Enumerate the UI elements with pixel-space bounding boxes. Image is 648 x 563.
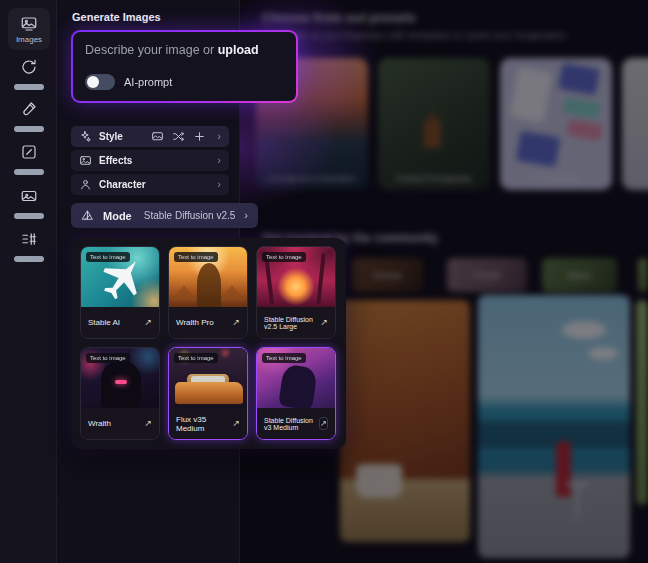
option-label: Character (99, 179, 146, 190)
chip-label: Animals (352, 258, 423, 292)
arrow-up-right-button[interactable]: ↗ (319, 417, 328, 430)
option-row-character[interactable]: Character › (71, 174, 229, 195)
model-card-stable-ai[interactable]: Text to image Stable AI ↗ (80, 246, 160, 339)
chip-label: Portrait (447, 258, 527, 292)
chevron-right-icon: › (217, 155, 221, 166)
arrow-up-right-icon[interactable]: ↗ (144, 419, 152, 428)
community-image-cropped[interactable] (636, 300, 648, 505)
pyramid-shape (219, 285, 245, 301)
sparkle-icon (79, 130, 92, 143)
chevron-right-icon: › (217, 131, 221, 142)
model-card-wralth-pro[interactable]: Text to image Wralth Pro ↗ (168, 246, 248, 339)
sidebar-label-skeleton (14, 213, 44, 219)
model-card-sd3-medium[interactable]: Text to image Stable Diffusion v3 Medium… (256, 347, 336, 440)
model-badge: Text to image (174, 252, 218, 262)
sidebar-item-photo-edit[interactable] (0, 187, 57, 219)
category-chip-nature[interactable]: Nature (542, 258, 617, 292)
category-chip-portrait[interactable]: Portrait (447, 258, 527, 292)
model-name: Flux v35 Medium (176, 415, 232, 433)
option-label: Effects (99, 155, 132, 166)
preset-label: Concept Art & Illustration (256, 174, 368, 183)
option-label: Style (99, 131, 123, 142)
arrow-up-right-icon[interactable]: ↗ (232, 419, 240, 428)
toggle-knob (87, 76, 99, 88)
cloud-shape (588, 347, 618, 360)
sidebar-label-skeleton (14, 126, 44, 132)
category-chip-animals[interactable]: Animals (352, 258, 423, 292)
edit-square-icon (20, 143, 38, 161)
option-row-effects[interactable]: Effects › (71, 150, 229, 171)
glow-eyes-shape (115, 380, 127, 384)
upload-link[interactable]: upload (218, 43, 259, 57)
chair-shape (576, 486, 579, 520)
cloud-shape (562, 321, 606, 339)
chip-label: Nature (542, 258, 617, 292)
sidebar-item-label: Images (16, 35, 42, 44)
person-icon (79, 178, 92, 191)
community-image-canyon[interactable] (340, 300, 470, 542)
images-icon (20, 15, 38, 33)
sidebar-label-skeleton (14, 169, 44, 175)
cup-shape (356, 464, 402, 498)
ui-mock-shape (563, 97, 601, 119)
sidebar-item-grid[interactable] (0, 230, 57, 262)
ai-prompt-toggle[interactable] (85, 74, 115, 90)
model-name: Stable AI (88, 318, 120, 327)
model-badge: Text to image (262, 353, 306, 363)
model-badge: Text to image (86, 353, 130, 363)
ui-mock-shape (558, 63, 600, 95)
shuffle-icon[interactable] (172, 130, 185, 143)
ui-mock-shape (516, 131, 561, 167)
grid-list-icon (20, 230, 38, 248)
plus-icon[interactable] (193, 130, 206, 143)
mode-value: Stable Diffusion v2.5 (144, 210, 236, 221)
sidebar-label-skeleton (14, 256, 44, 262)
chevron-right-icon: › (217, 179, 221, 190)
pyramid-shape (171, 285, 197, 301)
icon-sidebar: Images (0, 0, 57, 563)
ui-mock-shape (567, 119, 603, 141)
model-picker-popup: Text to image Stable AI ↗ Text to image … (72, 238, 346, 449)
bottle-shape (424, 120, 441, 148)
figure-shape (101, 362, 141, 410)
prompt-input[interactable]: Describe your image or upload AI-prompt (71, 30, 298, 103)
presets-section-title: Choose from out presets (262, 10, 416, 25)
preset-card-ui-design[interactable]: UI Inspiration (500, 58, 612, 190)
sidebar-item-refresh[interactable] (0, 58, 57, 90)
ui-mock-shape (510, 67, 552, 122)
figure-shape (197, 263, 221, 309)
model-name: Wralth Pro (176, 318, 214, 327)
presets-section-subtitle: Inspiration at your fingertips with temp… (262, 30, 566, 41)
model-card-sd25-large[interactable]: Text to image Stable Diffusion v2.5 Larg… (256, 246, 336, 339)
sidebar-item-images[interactable]: Images (8, 8, 50, 50)
sidebar-item-brush[interactable] (0, 100, 57, 132)
arrow-up-right-icon[interactable]: ↗ (232, 318, 240, 327)
photo-edit-icon (20, 187, 38, 205)
arrow-up-right-icon[interactable]: ↗ (320, 318, 328, 327)
sidebar-item-edit[interactable] (0, 143, 57, 175)
preset-card-product-photography[interactable]: Product Photography (378, 58, 490, 190)
mode-selector[interactable]: Mode Stable Diffusion v2.5 › (71, 203, 258, 228)
image-icon (79, 154, 92, 167)
preset-label: Product Photography (378, 174, 490, 183)
prism-icon (81, 209, 94, 222)
card-icon[interactable] (151, 130, 164, 143)
person-shape (556, 441, 571, 497)
model-card-flux-v35[interactable]: Text to image Flux v35 Medium ↗ (168, 347, 248, 440)
model-badge: Text to image (86, 252, 130, 262)
model-badge: Text to image (262, 252, 306, 262)
model-name: Wralth (88, 419, 111, 428)
model-card-wralth[interactable]: Text to image Wralth ↗ (80, 347, 160, 440)
brush-icon (20, 100, 38, 118)
preset-card-cropped[interactable] (622, 58, 648, 190)
model-badge: Text to image (174, 353, 218, 363)
arrow-up-right-icon[interactable]: ↗ (144, 318, 152, 327)
prompt-placeholder: Describe your image or upload (85, 43, 259, 57)
community-image-bus-stop[interactable] (478, 295, 630, 558)
sidebar-label-skeleton (14, 84, 44, 90)
option-row-style[interactable]: Style › (71, 126, 229, 147)
preset-label: UI Inspiration (500, 174, 612, 183)
ai-prompt-label: AI-prompt (124, 76, 172, 88)
category-chip-cropped[interactable] (638, 258, 648, 292)
figure-shape (278, 364, 318, 410)
